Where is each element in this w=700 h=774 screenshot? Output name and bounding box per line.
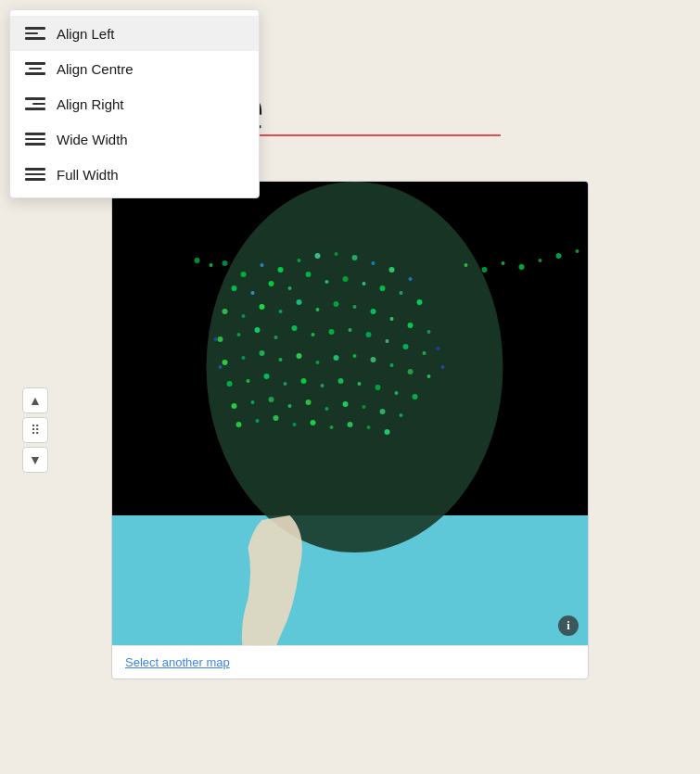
svg-point-58	[260, 350, 265, 356]
svg-point-87	[380, 409, 386, 414]
svg-point-105	[465, 263, 468, 267]
svg-point-110	[556, 253, 562, 259]
svg-point-99	[219, 365, 223, 369]
move-down-button[interactable]: ▼	[22, 447, 48, 473]
svg-point-74	[338, 378, 344, 384]
svg-point-85	[343, 401, 349, 407]
svg-point-42	[408, 323, 414, 328]
svg-point-50	[329, 329, 335, 335]
svg-point-19	[389, 267, 395, 273]
svg-point-64	[371, 357, 376, 362]
svg-point-16	[335, 252, 338, 256]
svg-point-43	[427, 330, 431, 334]
align-right-label: Align Right	[57, 96, 124, 112]
svg-point-69	[247, 379, 250, 383]
svg-point-84	[325, 407, 329, 411]
dropdown-item-wide-width[interactable]: Wide Width	[10, 121, 259, 157]
svg-point-59	[279, 358, 283, 362]
svg-point-14	[298, 259, 301, 262]
svg-point-15	[315, 253, 321, 259]
svg-point-82	[288, 404, 292, 408]
svg-point-17	[352, 255, 358, 260]
full-width-icon	[25, 166, 45, 183]
svg-point-51	[349, 328, 352, 332]
svg-point-108	[519, 264, 525, 270]
svg-point-34	[260, 304, 265, 310]
svg-point-109	[539, 259, 542, 262]
svg-point-13	[278, 267, 284, 273]
svg-point-88	[400, 413, 403, 417]
svg-point-28	[363, 282, 366, 285]
align-right-icon	[25, 95, 45, 112]
svg-point-29	[380, 285, 386, 291]
dropdown-item-full-width[interactable]: Full Width	[10, 157, 259, 192]
svg-point-104	[223, 260, 228, 266]
svg-point-49	[312, 333, 315, 336]
move-up-button[interactable]: ▲	[22, 387, 48, 413]
svg-point-70	[264, 374, 270, 379]
svg-point-48	[292, 325, 298, 331]
align-left-icon	[25, 25, 45, 42]
align-left-label: Align Left	[57, 26, 115, 42]
svg-point-39	[353, 305, 357, 309]
svg-point-52	[366, 332, 372, 337]
svg-point-24	[288, 286, 292, 290]
side-controls: ▲ ⠿ ▼	[22, 387, 48, 473]
svg-point-75	[358, 382, 362, 386]
svg-point-65	[390, 363, 394, 367]
map-block: i Select another map	[111, 181, 589, 679]
svg-point-76	[375, 385, 381, 390]
svg-point-81	[269, 397, 274, 402]
svg-point-20	[409, 277, 413, 281]
dropdown-item-align-left[interactable]: Align Left	[10, 16, 259, 51]
svg-point-106	[482, 267, 488, 273]
svg-point-86	[363, 405, 366, 409]
svg-point-60	[297, 353, 302, 359]
svg-point-66	[408, 369, 414, 374]
svg-point-36	[297, 299, 302, 305]
svg-point-21	[232, 285, 237, 291]
dropdown-item-align-right[interactable]: Align Right	[10, 86, 259, 121]
svg-point-10	[207, 182, 503, 552]
svg-point-107	[502, 261, 505, 265]
svg-point-57	[242, 356, 246, 360]
svg-point-68	[227, 381, 233, 387]
drag-handle[interactable]: ⠿	[22, 417, 48, 443]
svg-point-33	[242, 314, 246, 318]
svg-point-71	[284, 382, 287, 386]
svg-point-37	[316, 308, 320, 311]
svg-point-77	[395, 391, 399, 395]
svg-point-23	[269, 281, 274, 286]
svg-point-93	[311, 420, 316, 425]
svg-point-96	[367, 425, 371, 429]
svg-point-95	[348, 422, 353, 427]
svg-point-92	[293, 423, 297, 426]
svg-point-61	[316, 361, 320, 364]
svg-point-11	[241, 272, 247, 277]
wide-width-label: Wide Width	[57, 132, 128, 147]
align-centre-label: Align Centre	[57, 61, 134, 77]
svg-point-47	[274, 336, 278, 339]
svg-point-98	[214, 337, 218, 341]
map-block-wrapper: ▲ ⠿ ▼	[56, 181, 644, 679]
svg-point-94	[330, 425, 334, 429]
svg-point-12	[261, 263, 264, 267]
svg-point-22	[251, 291, 255, 295]
svg-point-72	[301, 378, 307, 384]
svg-point-100	[437, 347, 440, 350]
svg-point-54	[403, 344, 409, 349]
dropdown-item-align-centre[interactable]: Align Centre	[10, 51, 259, 86]
svg-point-103	[210, 263, 213, 267]
svg-point-25	[306, 272, 312, 277]
svg-point-79	[232, 403, 237, 409]
map-info-button[interactable]: i	[558, 615, 579, 636]
svg-point-53	[386, 339, 389, 343]
svg-point-27	[343, 276, 349, 282]
svg-point-44	[218, 336, 223, 342]
svg-point-63	[353, 354, 357, 358]
select-map-link[interactable]: Select another map	[125, 655, 230, 669]
svg-point-38	[334, 301, 339, 307]
svg-point-56	[223, 360, 228, 365]
map-footer: Select another map	[112, 645, 588, 679]
svg-point-26	[325, 280, 329, 284]
